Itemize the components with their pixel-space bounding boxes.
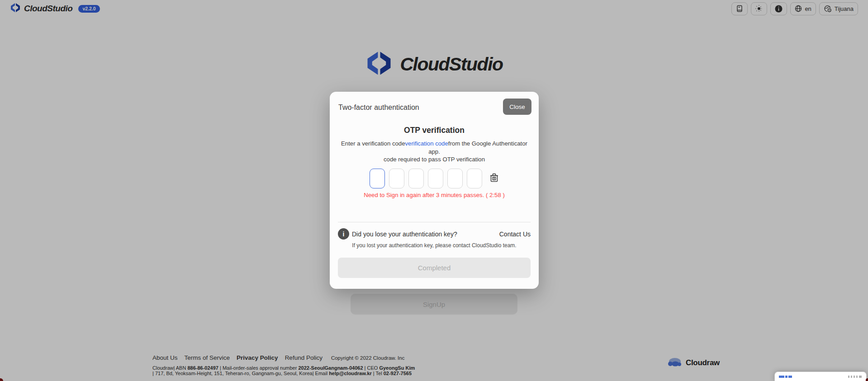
otp-digit-input-2[interactable]: [389, 169, 404, 188]
otp-desc-before: Enter a verification code: [341, 140, 405, 147]
help-info-icon: i: [338, 228, 349, 240]
otp-digit-input-6[interactable]: [467, 169, 482, 188]
otp-description-line2: code required to pass OTP verification: [330, 156, 539, 163]
two-factor-modal: Two-factor authentication Close OTP veri…: [330, 92, 539, 289]
signin-timer-warning: Need to Sign in again after 3 minutes pa…: [330, 192, 539, 198]
help-question: Did you lose your authentication key?: [352, 230, 457, 238]
mini-window-tabs: [779, 376, 792, 378]
completed-button[interactable]: Completed: [338, 258, 531, 278]
modal-divider: [338, 222, 531, 222]
help-note: If you lost your authentication key, ple…: [330, 242, 539, 249]
otp-row: [330, 169, 539, 188]
modal-header: Two-factor authentication Close: [330, 92, 539, 126]
mini-browser-window[interactable]: [774, 372, 867, 381]
close-button[interactable]: Close: [503, 99, 531, 115]
otp-digit-input-1[interactable]: [370, 169, 385, 188]
otp-heading: OTP verification: [330, 126, 539, 135]
corner-artifact-right: [866, 378, 868, 381]
mini-window-controls[interactable]: [848, 376, 862, 378]
clear-otp-button[interactable]: [489, 173, 499, 184]
help-row: i Did you lose your authentication key? …: [330, 228, 539, 240]
trash-icon: [489, 173, 499, 184]
otp-digit-input-5[interactable]: [447, 169, 463, 188]
modal-title: Two-factor authentication: [338, 103, 419, 112]
otp-digit-input-4[interactable]: [428, 169, 443, 188]
mini-window-chip: [779, 376, 784, 378]
otp-description: Enter a verification codeverification co…: [330, 140, 539, 155]
verification-code-link[interactable]: verification code: [405, 140, 448, 147]
otp-digit-input-3[interactable]: [408, 169, 424, 188]
otp-inputs: [370, 169, 482, 188]
mini-window-chip: [788, 376, 792, 378]
contact-us-link[interactable]: Contact Us: [499, 230, 531, 238]
mini-window-chip: [785, 376, 787, 378]
